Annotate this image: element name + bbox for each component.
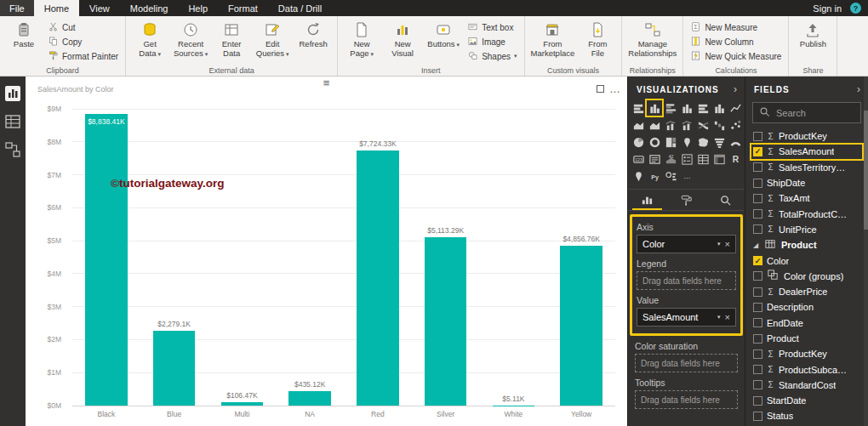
slicer-icon[interactable] — [679, 151, 694, 167]
field-checkbox[interactable] — [753, 287, 762, 297]
search-input[interactable]: Search — [752, 102, 861, 123]
field-item-dealerprice[interactable]: ΣDealerPrice — [751, 284, 863, 299]
table-icon[interactable] — [695, 151, 711, 167]
ribbon-tab-format[interactable]: Format — [218, 0, 268, 16]
remove-field-icon[interactable]: × — [725, 312, 730, 322]
field-item-salesamount[interactable]: ✓ΣSalesAmount — [751, 144, 863, 159]
bar-yellow[interactable] — [560, 246, 602, 406]
field-item-totalproductc[interactable]: ΣTotalProductC… — [751, 206, 863, 221]
multi-row-card-icon[interactable] — [647, 151, 662, 167]
bar-blue[interactable] — [153, 331, 195, 406]
fields-tab[interactable] — [632, 190, 662, 210]
field-checkbox[interactable] — [753, 365, 762, 374]
stacked-area-chart-icon[interactable] — [647, 117, 662, 133]
copy-button[interactable]: Copy — [45, 35, 121, 48]
sign-in-link[interactable]: Sign in — [813, 3, 842, 14]
field-item-status[interactable]: Status — [751, 408, 863, 423]
field-item-startdate[interactable]: StartDate — [751, 393, 863, 408]
gauge-icon[interactable] — [728, 134, 743, 150]
format-painter-button[interactable]: Format Painter — [45, 49, 121, 63]
format-tab[interactable] — [671, 190, 701, 210]
field-checkbox[interactable] — [753, 318, 762, 327]
treemap-icon[interactable] — [663, 134, 678, 150]
new-measure-button[interactable]: ΣNew Measure — [688, 20, 784, 34]
field-item-productsubca[interactable]: ΣProductSubca… — [751, 361, 863, 377]
well-legend-dropzone[interactable]: Drag data fields here — [637, 271, 736, 290]
well-value-field-pill[interactable]: SalesAmount▾× — [637, 308, 736, 327]
field-item-shipdate[interactable]: ShipDate — [751, 175, 863, 190]
image-button[interactable]: Image — [465, 35, 519, 48]
report-canvas[interactable]: ≡ … SalesAmount by Color $0M$1M$2M$3M$4M… — [26, 77, 627, 426]
analytics-tab[interactable] — [711, 190, 740, 210]
bar-black[interactable] — [85, 114, 127, 406]
filled-map-icon[interactable] — [695, 134, 711, 150]
100-stacked-column-chart-icon[interactable] — [711, 100, 727, 116]
enter-data-button[interactable]: Enter Data — [212, 19, 251, 59]
fields-scrollbar[interactable] — [864, 77, 868, 426]
well-axis-field-pill[interactable]: Color▾× — [637, 235, 736, 253]
scatter-chart-icon[interactable] — [728, 117, 743, 133]
field-item-productkey[interactable]: ΣProductKey — [751, 128, 863, 144]
field-checkbox[interactable] — [753, 132, 762, 141]
bar-white[interactable] — [493, 406, 534, 406]
new-column-button[interactable]: New Column — [688, 35, 784, 48]
donut-chart-icon[interactable] — [647, 134, 662, 150]
field-item-enddate[interactable]: EndDate — [751, 315, 863, 331]
clustered-bar-chart-icon[interactable] — [663, 100, 678, 116]
collapse-panel-icon[interactable]: › — [734, 83, 738, 95]
edit-queries-button[interactable]: Edit Queries ▾ — [253, 19, 292, 60]
remove-field-icon[interactable]: × — [725, 239, 730, 249]
field-item-salesterritory[interactable]: ΣSalesTerritory… — [751, 160, 863, 175]
model-view-button[interactable] — [4, 141, 21, 158]
from-file-button[interactable]: From File — [578, 19, 617, 59]
field-item-color-groups[interactable]: Color (groups) — [751, 269, 863, 284]
field-item-taxamt[interactable]: ΣTaxAmt — [751, 190, 863, 206]
well-tooltips-dropzone[interactable]: Drag data fields here — [635, 390, 738, 409]
ribbon-tab-modeling[interactable]: Modeling — [120, 0, 179, 16]
focus-mode-icon[interactable] — [597, 85, 604, 93]
file-menu-button[interactable]: File — [0, 0, 34, 16]
python-visual-icon[interactable]: Py — [647, 168, 662, 184]
from-marketplace-button[interactable]: From Marketplace — [529, 19, 577, 59]
stacked-column-chart-icon[interactable] — [647, 100, 662, 116]
data-view-button[interactable] — [4, 113, 21, 130]
stacked-bar-chart-icon[interactable] — [631, 100, 646, 116]
bar-multi[interactable] — [221, 402, 263, 406]
field-item-product[interactable]: Product — [751, 331, 863, 346]
collapse-fields-panel-icon[interactable]: › — [857, 83, 861, 95]
new-visual-button[interactable]: New Visual — [383, 19, 422, 59]
100-stacked-bar-chart-icon[interactable] — [695, 100, 711, 116]
shapes-button[interactable]: Shapes▾ — [465, 49, 519, 63]
clustered-column-chart-icon[interactable] — [679, 100, 694, 116]
waterfall-chart-icon[interactable] — [711, 117, 727, 133]
get-data-button[interactable]: Get Data ▾ — [130, 19, 169, 60]
key-influencers-icon[interactable] — [663, 168, 678, 184]
pie-chart-icon[interactable] — [631, 134, 646, 150]
line-chart-icon[interactable] — [728, 100, 743, 116]
more-options-icon[interactable]: … — [609, 82, 620, 95]
field-item-unitprice[interactable]: ΣUnitPrice — [751, 222, 863, 237]
field-checkbox[interactable] — [753, 271, 762, 281]
field-checkbox[interactable] — [753, 412, 762, 421]
field-item-productkey[interactable]: ΣProductKey — [751, 346, 863, 361]
well-color-saturation-dropzone[interactable]: Drag data fields here — [635, 354, 738, 372]
recent-sources-button[interactable]: Recent Sources ▾ — [171, 19, 210, 60]
field-item-description[interactable]: Description — [751, 299, 863, 315]
new-quick-measure-button[interactable]: New Quick Measure — [688, 49, 784, 63]
help-icon[interactable]: ? — [850, 3, 861, 14]
new-page-button[interactable]: New Page ▾ — [342, 19, 381, 60]
refresh-button[interactable]: Refresh — [294, 19, 333, 50]
bar-red[interactable] — [357, 151, 398, 406]
field-checkbox[interactable] — [753, 303, 762, 312]
line-and-clustered-column-chart-icon[interactable] — [663, 117, 678, 133]
field-checkbox[interactable] — [753, 334, 762, 344]
area-chart-icon[interactable] — [631, 117, 646, 133]
arcgis-map-icon[interactable] — [631, 168, 646, 184]
cut-button[interactable]: Cut — [45, 20, 121, 34]
ribbon-tab-home[interactable]: Home — [34, 0, 79, 16]
ribbon-chart-icon[interactable] — [695, 117, 711, 133]
field-checkbox[interactable] — [753, 179, 762, 188]
manage-relationships-button[interactable]: Manage Relationships — [626, 19, 678, 59]
field-checkbox[interactable] — [753, 349, 762, 359]
field-checkbox[interactable] — [753, 396, 762, 406]
